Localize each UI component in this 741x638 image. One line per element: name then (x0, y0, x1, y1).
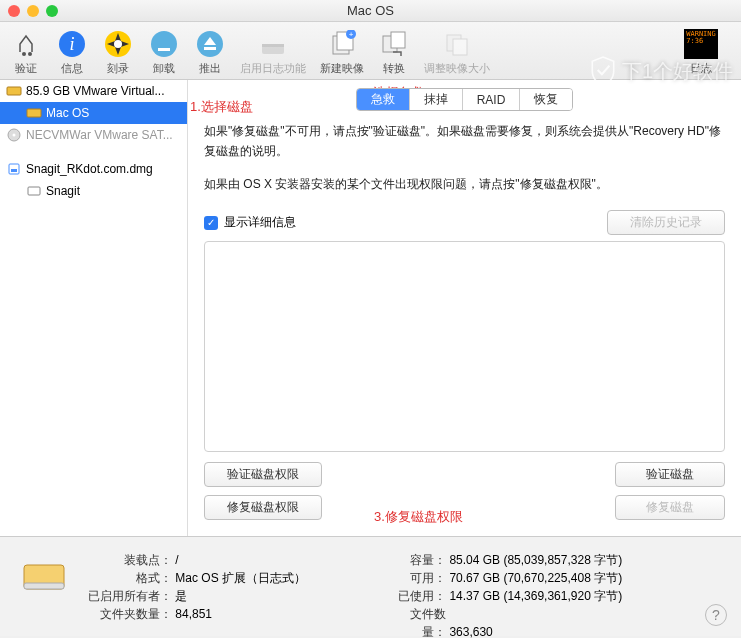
toolbar-burn[interactable]: 刻录 (102, 28, 134, 76)
clear-history-button: 清除历史记录 (607, 210, 725, 235)
toolbar-resize-image: 调整映像大小 (424, 28, 490, 76)
hdd-icon (26, 107, 42, 119)
svg-text:i: i (69, 34, 74, 54)
footer-right: 容量： 85.04 GB (85,039,857,328 字节) 可用： 70.… (396, 551, 622, 636)
svg-point-6 (151, 31, 177, 57)
svg-rect-25 (11, 169, 17, 172)
tab-bar: 急救 抹掉 RAID 恢复 (200, 88, 729, 111)
log-icon: WARNING 7:36 (684, 29, 718, 59)
help-button[interactable]: ? (705, 604, 727, 626)
window-title: Mac OS (0, 3, 741, 18)
verify-permissions-button[interactable]: 验证磁盘权限 (204, 462, 322, 487)
svg-rect-21 (27, 109, 41, 117)
dmg-icon (6, 163, 22, 175)
hdd-icon (6, 85, 22, 97)
cd-icon (6, 129, 22, 141)
repair-disk-button: 修复磁盘 (615, 495, 725, 520)
toolbar-log[interactable]: WARNING 7:36日志 (685, 28, 717, 76)
svg-rect-11 (262, 44, 284, 47)
toolbar-enable-journal: 启用日志功能 (240, 28, 306, 76)
vol-icon (26, 185, 42, 197)
footer: 装载点： / 格式： Mac OS 扩展（日志式） 已启用所有者： 是 文件夹数… (0, 536, 741, 636)
content: 急救 抹掉 RAID 恢复 如果"修复磁盘"不可用，请点按"验证磁盘"。如果磁盘… (188, 80, 741, 536)
toolbar-info[interactable]: i信息 (56, 28, 88, 76)
svg-point-23 (13, 134, 16, 137)
check-icon: ✓ (204, 216, 218, 230)
disk-icon (20, 557, 68, 597)
description: 如果"修复磁盘"不可用，请点按"验证磁盘"。如果磁盘需要修复，则系统会提供从"R… (200, 121, 729, 194)
svg-rect-17 (391, 32, 405, 48)
footer-left: 装载点： / 格式： Mac OS 扩展（日志式） 已启用所有者： 是 文件夹数… (84, 551, 306, 636)
tab-restore[interactable]: 恢复 (520, 89, 572, 110)
svg-point-0 (22, 52, 26, 56)
svg-point-5 (114, 40, 122, 48)
svg-rect-28 (24, 583, 64, 589)
verify-disk-button[interactable]: 验证磁盘 (615, 462, 725, 487)
main: 85.9 GB VMware Virtual... Mac OS NECVMWa… (0, 80, 741, 536)
sidebar-item-snagit[interactable]: Snagit (0, 180, 187, 202)
tab-raid[interactable]: RAID (463, 89, 521, 110)
sidebar-item-dmg[interactable]: Snagit_RKdot.com.dmg (0, 158, 187, 180)
sidebar-item-disk[interactable]: 85.9 GB VMware Virtual... (0, 80, 187, 102)
toolbar-unmount[interactable]: 卸载 (148, 28, 180, 76)
titlebar: Mac OS (0, 0, 741, 22)
sidebar: 85.9 GB VMware Virtual... Mac OS NECVMWa… (0, 80, 188, 536)
repair-permissions-button[interactable]: 修复磁盘权限 (204, 495, 322, 520)
tab-erase[interactable]: 抹掉 (410, 89, 463, 110)
tab-first-aid[interactable]: 急救 (357, 89, 410, 110)
toolbar: 验证 i信息 刻录 卸载 推出 启用日志功能 +新建映像 转换 调整映像大小 W… (0, 22, 741, 80)
svg-text:+: + (349, 30, 354, 39)
svg-rect-9 (204, 47, 216, 50)
svg-rect-19 (453, 39, 467, 55)
toolbar-new-image[interactable]: +新建映像 (320, 28, 364, 76)
svg-rect-7 (158, 48, 170, 51)
sidebar-item-cd[interactable]: NECVMWar VMware SAT... (0, 124, 187, 146)
log-output[interactable] (204, 241, 725, 452)
svg-rect-26 (28, 187, 40, 195)
svg-point-1 (28, 52, 32, 56)
toolbar-verify[interactable]: 验证 (10, 28, 42, 76)
toolbar-convert[interactable]: 转换 (378, 28, 410, 76)
toolbar-eject[interactable]: 推出 (194, 28, 226, 76)
show-details-checkbox[interactable]: ✓ 显示详细信息 (204, 214, 296, 231)
svg-rect-20 (7, 87, 21, 95)
sidebar-item-macos[interactable]: Mac OS (0, 102, 187, 124)
